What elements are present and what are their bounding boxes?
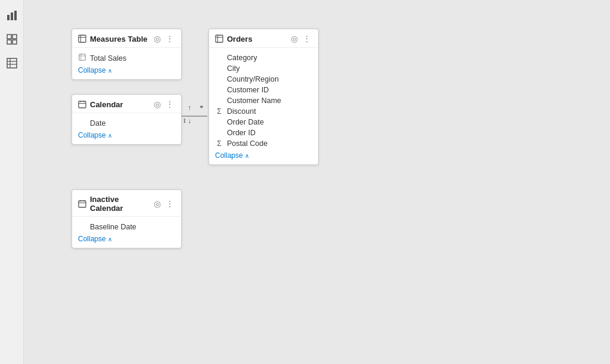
field-label: Country/Region [227, 75, 279, 83]
field-label: Customer Name [227, 97, 281, 105]
list-item: City [215, 63, 316, 74]
svg-rect-16 [79, 35, 86, 42]
svg-rect-2 [14, 11, 17, 20]
calendar-more-icon[interactable]: ⋮ [164, 99, 175, 109]
field-label: Total Sales [90, 54, 126, 63]
calendar-header: Calendar ◎ ⋮ [72, 95, 181, 113]
inactive-calendar-body: Baseline Date Collapse ∧ [72, 217, 181, 248]
orders-body: Category City Country/Region Customer ID… [209, 48, 318, 164]
field-label: Customer ID [227, 86, 269, 94]
svg-rect-29 [79, 201, 86, 207]
collapse-arrow-icon: ∧ [108, 67, 112, 74]
canvas: * 1 ↑ ↓ Measures Table ◎ ⋮ [24, 0, 610, 364]
inactive-calendar-more-icon[interactable]: ⋮ [164, 199, 175, 209]
svg-rect-4 [13, 35, 17, 39]
calendar-card: Calendar ◎ ⋮ Date Collapse ∧ [71, 94, 182, 145]
bar-chart-icon[interactable] [2, 6, 21, 25]
measures-table-header: Measures Table ◎ ⋮ [72, 29, 181, 48]
svg-rect-0 [7, 15, 10, 20]
calendar-title: Calendar [90, 100, 149, 109]
orders-eye-icon[interactable]: ◎ [290, 34, 299, 43]
list-item: Total Sales [78, 52, 175, 64]
field-label: Order Date [227, 118, 264, 126]
field-label: Order ID [227, 129, 256, 137]
measures-table-body: Total Sales Collapse ∧ [72, 48, 181, 79]
svg-rect-7 [7, 58, 17, 68]
sidebar [0, 0, 24, 364]
field-label: City [227, 64, 240, 73]
field-label: Discount [227, 107, 256, 116]
orders-more-icon[interactable]: ⋮ [301, 34, 312, 43]
table-view-icon[interactable] [2, 54, 21, 73]
list-item: Σ Discount [215, 106, 316, 117]
measures-table-card: Measures Table ◎ ⋮ Total Sales Co [71, 29, 182, 80]
orders-title: Orders [227, 35, 286, 43]
measures-table-title: Measures Table [90, 35, 149, 43]
collapse-arrow-icon: ∧ [108, 132, 112, 139]
postalcode-icon: Σ [215, 139, 223, 148]
list-item: Order Date [215, 117, 316, 127]
inactive-calendar-title: Inactive Calendar [90, 195, 149, 213]
measures-table-collapse[interactable]: Collapse ∧ [78, 66, 112, 74]
discount-icon: Σ [215, 107, 223, 116]
svg-text:↓: ↓ [188, 117, 191, 125]
measures-table-eye-icon[interactable]: ◎ [152, 34, 162, 43]
inactive-calendar-actions: ◎ ⋮ [152, 199, 175, 209]
calendar-header-icon [78, 100, 86, 108]
orders-actions: ◎ ⋮ [290, 34, 312, 43]
table-header-icon [78, 35, 86, 43]
calendar-actions: ◎ ⋮ [152, 99, 175, 109]
field-label: Baseline Date [90, 223, 136, 231]
list-item: Date [78, 118, 175, 129]
calendar-eye-icon[interactable]: ◎ [152, 99, 162, 109]
field-label: Category [227, 54, 257, 62]
measures-table-actions: ◎ ⋮ [152, 34, 175, 43]
svg-text:1: 1 [183, 117, 186, 124]
measures-table-more-icon[interactable]: ⋮ [164, 34, 175, 43]
svg-rect-19 [79, 54, 85, 60]
svg-rect-6 [13, 40, 17, 44]
svg-rect-26 [216, 35, 223, 42]
collapse-arrow-icon: ∧ [108, 236, 112, 242]
list-item: Customer ID [215, 85, 316, 95]
orders-card: Orders ◎ ⋮ Category City Country/Region … [208, 29, 319, 165]
measure-field-icon [78, 54, 86, 63]
orders-collapse[interactable]: Collapse ∧ [215, 151, 249, 160]
calendar-collapse[interactable]: Collapse ∧ [78, 131, 112, 139]
list-item: Category [215, 52, 316, 63]
inactive-calendar-eye-icon[interactable]: ◎ [152, 199, 162, 209]
orders-header-icon [215, 35, 223, 43]
list-item: Baseline Date [78, 222, 175, 232]
inactive-calendar-header: Inactive Calendar ◎ ⋮ [72, 190, 181, 217]
svg-text:↑: ↑ [188, 104, 191, 112]
svg-rect-5 [7, 40, 11, 44]
orders-header: Orders ◎ ⋮ [209, 29, 318, 48]
field-label: Postal Code [227, 139, 267, 148]
calendar-body: Date Collapse ∧ [72, 113, 181, 144]
svg-rect-1 [11, 13, 13, 20]
svg-rect-22 [79, 101, 86, 108]
list-item: Country/Region [215, 74, 316, 85]
inactive-calendar-card: Inactive Calendar ◎ ⋮ Baseline Date Coll… [71, 189, 182, 248]
list-item: Order ID [215, 127, 316, 138]
inactive-calendar-header-icon [78, 200, 86, 208]
svg-text:*: * [200, 103, 204, 112]
svg-rect-3 [7, 35, 11, 39]
grid-icon[interactable] [2, 30, 21, 49]
list-item: Customer Name [215, 95, 316, 106]
field-label: Date [90, 119, 105, 127]
list-item: Σ Postal Code [215, 138, 316, 149]
inactive-calendar-collapse[interactable]: Collapse ∧ [78, 235, 112, 243]
collapse-arrow-icon: ∧ [245, 153, 249, 159]
